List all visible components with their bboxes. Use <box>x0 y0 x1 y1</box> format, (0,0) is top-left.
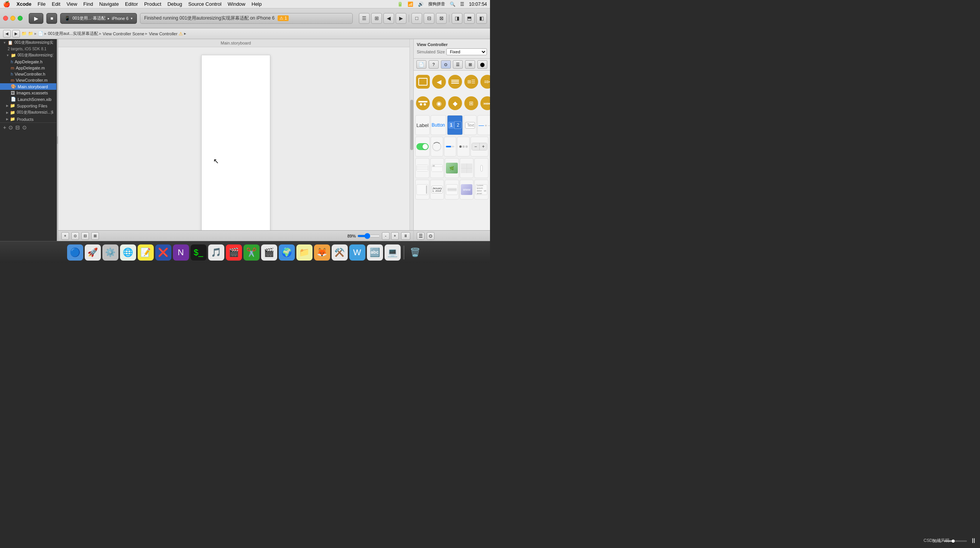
obj-label[interactable]: Label <box>415 115 430 135</box>
menu-view[interactable]: View <box>66 1 77 7</box>
bc-item0[interactable]: 📄 <box>38 31 43 36</box>
sidebar-main-group[interactable]: ▼ 📁 001使用autoresizing实现屏幕适配 <box>0 52 56 59</box>
sidebar-file-appdelegate-h[interactable]: h AppDelegate.h <box>0 59 56 65</box>
obj-datepicker[interactable]: January 1, 2016 <box>430 180 444 200</box>
obj-toolbar-vc[interactable] <box>415 94 431 114</box>
hide-debug-btn[interactable]: ⬒ <box>464 13 475 24</box>
bc-warn[interactable]: ⚠ <box>179 31 183 36</box>
scheme-selector[interactable]: 📱 001使用...·幕适配 ▸ iPhone 6 ▾ <box>60 13 137 24</box>
sidebar-file-vc-m[interactable]: m ViewController.m <box>0 77 56 83</box>
obj-3d[interactable]: ◆ <box>447 94 463 114</box>
dock-instruments[interactable]: 🔤 <box>367 244 383 261</box>
obj-stepper[interactable]: − + <box>470 137 488 157</box>
run-button[interactable]: ▶ <box>29 13 43 24</box>
dock-safari[interactable]: 🌐 <box>120 244 136 261</box>
obj-activityindicator[interactable] <box>431 137 443 157</box>
sidebar-project-header[interactable]: ▼ 📋 001使用autoresizing实现屏幕适配 <box>0 39 56 46</box>
maximize-button[interactable] <box>18 16 23 21</box>
input-method[interactable]: 搜狗拼音 <box>428 1 445 7</box>
obj-tableviewcell[interactable] <box>430 158 444 178</box>
obj-progressview[interactable] <box>444 137 457 157</box>
bc-vc-scene[interactable]: View Controller Scene <box>103 31 145 36</box>
tab-attributes[interactable]: ☰ <box>453 60 463 69</box>
obj-mapview[interactable]: 🌿 <box>445 158 459 178</box>
tab-file[interactable]: 📄 <box>416 60 426 69</box>
nav-back[interactable]: ◀ <box>3 30 11 38</box>
dock-notes[interactable]: 📝 <box>138 244 154 261</box>
obj-button[interactable]: Button <box>431 115 446 135</box>
fit-btn[interactable]: ⊞ <box>91 232 99 240</box>
obj-list-btn[interactable]: ☰ <box>417 232 424 240</box>
dock-icon14[interactable]: 🦊 <box>314 244 330 261</box>
grid-view-btn[interactable]: ⊞ <box>371 13 382 24</box>
editor-standard-btn[interactable]: □ <box>411 13 422 24</box>
dock-filezilla[interactable]: 📁 <box>296 244 312 261</box>
filter-icon[interactable]: ⊟ <box>15 124 20 130</box>
obj-viewcontroller[interactable] <box>415 72 431 92</box>
zoom-slider[interactable] <box>357 235 380 237</box>
obj-segmented[interactable]: 1 2 <box>447 115 463 135</box>
obj-lorem[interactable]: Lorem ipsum dolor sit amet <box>474 180 488 200</box>
sidebar-toggle[interactable]: ☰ <box>359 13 370 24</box>
dock-terminal[interactable]: $_ <box>191 244 207 261</box>
sidebar-products-group[interactable]: ▶ 📁 Products <box>0 116 56 122</box>
menu-source-control[interactable]: Source Control <box>188 1 222 7</box>
canvas-content[interactable]: ↖ <box>58 47 413 240</box>
notification-icon[interactable]: ☰ <box>460 2 464 7</box>
menu-help[interactable]: Help <box>252 1 262 7</box>
menu-xcode[interactable]: Xcode <box>16 1 31 7</box>
canvas-scrollbar[interactable] <box>409 39 413 241</box>
dock-onenote[interactable]: N <box>173 244 189 261</box>
add-file-btn[interactable]: + <box>3 124 6 130</box>
zoom-in-btn[interactable]: + <box>391 232 399 240</box>
menu-find[interactable]: Find <box>83 1 93 7</box>
sidebar-file-images[interactable]: 🖼 Images.xcassets <box>0 90 56 96</box>
nav-fwd-btn[interactable]: ▶ <box>396 13 406 24</box>
hide-utilities-btn[interactable]: ◧ <box>476 13 487 24</box>
menu-product[interactable]: Product <box>144 1 161 7</box>
minimize-button[interactable] <box>10 16 15 21</box>
bc-next[interactable]: ▸ <box>184 31 186 36</box>
stop-button[interactable]: ■ <box>46 13 57 24</box>
sidebar-supporting-files[interactable]: ▶ 📁 Supporting Files <box>0 102 56 109</box>
add-object-btn[interactable]: + <box>61 232 69 240</box>
menu-edit[interactable]: Edit <box>52 1 60 7</box>
dock-icon8[interactable]: 🎵 <box>208 244 224 261</box>
apple-menu[interactable]: 🍎 <box>3 1 10 8</box>
tab-identity[interactable]: ⊙ <box>441 60 451 69</box>
sidebar-file-vc-h[interactable]: h ViewController.h <box>0 71 56 77</box>
dock-icon18[interactable]: 💻 <box>385 244 401 261</box>
obj-tabbarvc[interactable]: ≡⊳ <box>480 72 490 92</box>
obj-slider[interactable]: — ● — <box>477 115 490 135</box>
hide-navigator-btn[interactable]: ◨ <box>452 13 462 24</box>
obj-tableview[interactable] <box>415 158 429 178</box>
obj-switch[interactable] <box>415 137 430 157</box>
bc-vc[interactable]: View Controller <box>149 31 177 36</box>
obj-tableviewvc[interactable] <box>447 72 463 92</box>
object-btn3[interactable]: ⊟ <box>81 232 89 240</box>
menu-debug[interactable]: Debug <box>168 1 182 7</box>
obj-collectionview[interactable] <box>460 158 474 178</box>
bc-project[interactable]: 001使用aut...实现屏幕适配 <box>48 31 98 36</box>
editor-version-btn[interactable]: ⊠ <box>436 13 447 24</box>
dock-icon10[interactable]: ✂️ <box>243 244 260 261</box>
menu-window[interactable]: Window <box>228 1 245 7</box>
pause-layout-btn[interactable]: ⏸ <box>401 232 410 240</box>
nav-back-btn[interactable]: ◀ <box>383 13 394 24</box>
dock-icon9[interactable]: 🎬 <box>226 244 242 261</box>
tab-size[interactable]: ⊞ <box>465 60 475 69</box>
collapse-btn[interactable]: ⊙ <box>22 124 27 130</box>
dock-trash[interactable]: 🗑️ <box>407 244 423 261</box>
menu-file[interactable]: File <box>38 1 46 7</box>
obj-textfield[interactable]: Text <box>464 115 477 135</box>
nav-forward[interactable]: ▶ <box>12 30 20 38</box>
sidebar-file-launchscreen[interactable]: 📄 LaunchScreen.xib <box>0 96 56 102</box>
dock-icon16[interactable]: W <box>349 244 365 261</box>
tab-connections[interactable]: ⬤ <box>477 60 487 69</box>
dock-finder[interactable]: 🔵 <box>67 244 83 261</box>
obj-filter-btn[interactable]: ⊙ <box>427 232 434 240</box>
scrollbar-thumb[interactable] <box>410 100 413 150</box>
menu-editor[interactable]: Editor <box>125 1 138 7</box>
canvas-area[interactable]: Main.storyboard ↖ + ⊙ ⊟ ⊞ 89% - + ⏸ <box>58 39 413 241</box>
tab-quickhelp[interactable]: ? <box>429 60 439 69</box>
